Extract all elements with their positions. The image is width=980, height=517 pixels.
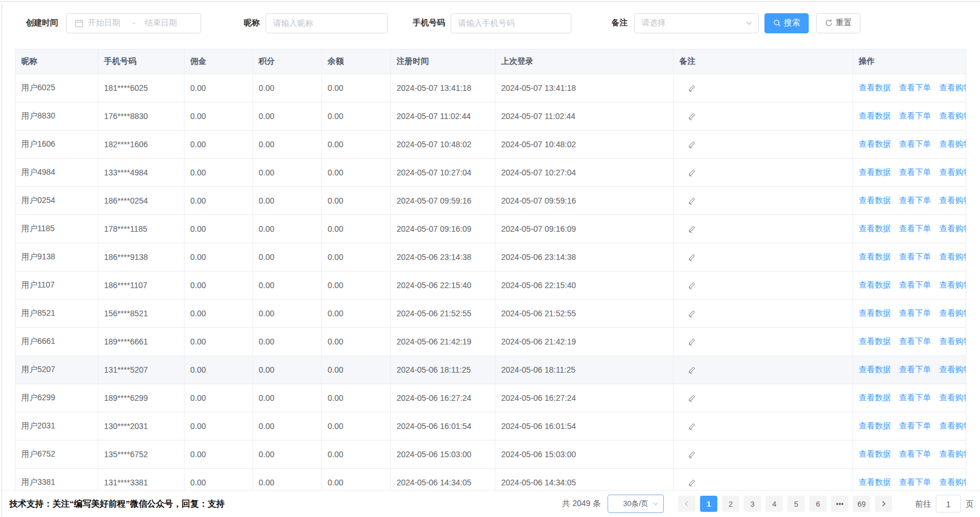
view-orders-link[interactable]: 查看下单: [899, 83, 931, 93]
cell-balance: 0.00: [322, 215, 391, 243]
view-data-link[interactable]: 查看数据: [859, 393, 891, 403]
view-orders-link[interactable]: 查看下单: [899, 393, 931, 403]
page-button[interactable]: 2: [722, 496, 739, 512]
cell-balance: 0.00: [322, 300, 391, 327]
edit-remark-icon[interactable]: [687, 140, 696, 149]
view-data-link[interactable]: 查看数据: [859, 365, 891, 375]
cell-balance: 0.00: [322, 412, 391, 440]
view-data-link[interactable]: 查看数据: [859, 252, 891, 262]
view-data-link[interactable]: 查看数据: [859, 224, 891, 234]
nickname-input[interactable]: [266, 14, 387, 33]
view-orders-link[interactable]: 查看下单: [899, 139, 931, 150]
edit-remark-icon[interactable]: [687, 422, 696, 431]
view-orders-link[interactable]: 查看下单: [899, 477, 931, 488]
page-button[interactable]: 4: [766, 496, 783, 512]
view-cart-link[interactable]: 查看购物车: [939, 336, 966, 347]
edit-remark-icon[interactable]: [687, 450, 696, 459]
remark-select[interactable]: 请选择: [634, 13, 759, 33]
cell-actions: 查看数据 查看下单 查看购物车: [853, 131, 966, 158]
cell-remark: [674, 187, 853, 215]
view-data-link[interactable]: 查看数据: [859, 139, 891, 150]
view-orders-link[interactable]: 查看下单: [899, 111, 931, 121]
view-cart-link[interactable]: 查看购物车: [939, 196, 966, 206]
view-cart-link[interactable]: 查看购物车: [939, 224, 966, 234]
search-button[interactable]: 搜索: [764, 13, 809, 33]
create-time-label: 创建时间: [26, 18, 58, 28]
cell-last-login: 2024-05-06 21:52:55: [495, 300, 674, 327]
edit-remark-icon[interactable]: [687, 197, 696, 205]
view-cart-link[interactable]: 查看购物车: [939, 280, 966, 290]
next-page-button[interactable]: [875, 496, 892, 512]
view-cart-link[interactable]: 查看购物车: [939, 252, 966, 262]
cell-last-login: 2024-05-06 14:34:05: [495, 469, 674, 490]
cell-actions: 查看数据 查看下单 查看购物车: [853, 469, 966, 490]
cell-last-login: 2024-05-07 10:27:04: [495, 159, 674, 186]
view-cart-link[interactable]: 查看购物车: [939, 83, 966, 93]
view-orders-link[interactable]: 查看下单: [899, 252, 931, 262]
total-count: 共 2049 条: [562, 499, 601, 509]
view-data-link[interactable]: 查看数据: [859, 421, 891, 431]
edit-remark-icon[interactable]: [687, 281, 696, 290]
chevron-down-icon: [652, 501, 659, 507]
page-button[interactable]: 3: [744, 496, 761, 512]
page-button[interactable]: 6: [809, 496, 827, 512]
remark-label: 备注: [612, 18, 628, 28]
edit-remark-icon[interactable]: [687, 309, 696, 318]
cell-actions: 查看数据 查看下单 查看购物车: [853, 384, 966, 412]
goto-page-input[interactable]: [936, 495, 961, 513]
view-cart-link[interactable]: 查看购物车: [939, 393, 966, 403]
view-cart-link[interactable]: 查看购物车: [939, 421, 966, 431]
view-cart-link[interactable]: 查看购物车: [939, 139, 966, 150]
view-data-link[interactable]: 查看数据: [859, 111, 891, 121]
view-orders-link[interactable]: 查看下单: [899, 224, 931, 234]
edit-remark-icon[interactable]: [687, 366, 696, 374]
view-data-link[interactable]: 查看数据: [859, 280, 891, 290]
view-orders-link[interactable]: 查看下单: [899, 336, 931, 347]
page-size-select[interactable]: 30条/页: [608, 495, 664, 513]
view-cart-link[interactable]: 查看购物车: [939, 449, 966, 459]
view-cart-link[interactable]: 查看购物车: [939, 308, 966, 319]
table-row: 用户2031 130****2031 0.00 0.00 0.00 2024-0…: [16, 412, 966, 441]
edit-remark-icon[interactable]: [687, 478, 696, 487]
page-button[interactable]: 69: [853, 496, 870, 512]
edit-remark-icon[interactable]: [687, 394, 696, 403]
edit-remark-icon[interactable]: [687, 253, 696, 262]
edit-remark-icon[interactable]: [687, 112, 696, 121]
more-pages-button[interactable]: •••: [831, 496, 848, 512]
page-button[interactable]: 5: [787, 496, 805, 512]
cell-nickname: 用户1606: [16, 131, 98, 158]
view-orders-link[interactable]: 查看下单: [899, 196, 931, 206]
chevron-down-icon: [745, 20, 752, 26]
filter-bar: 创建时间 开始日期 - 结束日期 昵称 手机号码 备注 请选择 搜索 重置: [0, 0, 980, 46]
view-orders-link[interactable]: 查看下单: [899, 167, 931, 178]
view-data-link[interactable]: 查看数据: [859, 449, 891, 459]
view-cart-link[interactable]: 查看购物车: [939, 365, 966, 375]
view-orders-link[interactable]: 查看下单: [899, 449, 931, 459]
cell-commission: 0.00: [185, 412, 253, 440]
view-orders-link[interactable]: 查看下单: [899, 280, 931, 290]
cell-commission: 0.00: [185, 328, 253, 355]
view-orders-link[interactable]: 查看下单: [899, 421, 931, 431]
edit-remark-icon[interactable]: [687, 338, 696, 346]
prev-page-button[interactable]: [678, 496, 695, 512]
view-cart-link[interactable]: 查看购物车: [939, 167, 966, 178]
view-data-link[interactable]: 查看数据: [859, 83, 891, 93]
reset-button[interactable]: 重置: [816, 13, 860, 33]
cell-actions: 查看数据 查看下单 查看购物车: [853, 356, 966, 384]
view-data-link[interactable]: 查看数据: [859, 336, 891, 347]
view-data-link[interactable]: 查看数据: [859, 308, 891, 319]
view-orders-link[interactable]: 查看下单: [899, 308, 931, 319]
edit-remark-icon[interactable]: [687, 84, 696, 93]
phone-input[interactable]: [451, 14, 571, 33]
page-button[interactable]: 1: [700, 496, 717, 512]
view-cart-link[interactable]: 查看购物车: [939, 477, 966, 488]
view-orders-link[interactable]: 查看下单: [899, 365, 931, 375]
view-data-link[interactable]: 查看数据: [859, 196, 891, 206]
view-data-link[interactable]: 查看数据: [859, 477, 891, 488]
edit-remark-icon[interactable]: [687, 168, 696, 177]
cell-commission: 0.00: [185, 300, 253, 327]
view-cart-link[interactable]: 查看购物车: [939, 111, 966, 121]
view-data-link[interactable]: 查看数据: [859, 167, 891, 178]
create-time-range-input[interactable]: 开始日期 - 结束日期: [66, 13, 201, 33]
edit-remark-icon[interactable]: [687, 225, 696, 233]
